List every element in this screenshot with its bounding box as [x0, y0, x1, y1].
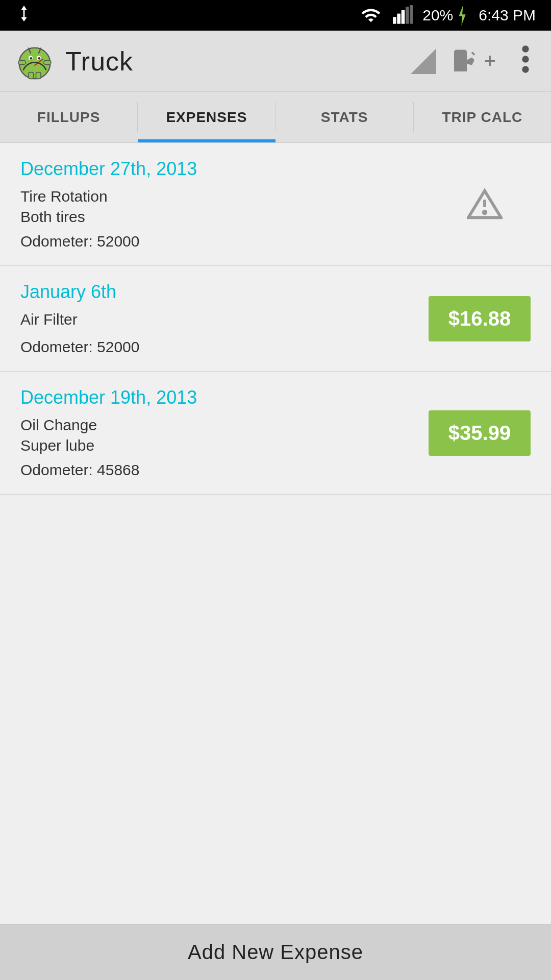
status-bar: 20% 6:43 PM — [0, 0, 551, 31]
svg-point-20 — [522, 66, 529, 72]
app-logo — [14, 41, 55, 82]
warning-icon — [464, 184, 505, 225]
expense-date-3: December 19th, 2013 — [20, 387, 429, 408]
svg-rect-4 — [410, 5, 414, 24]
svg-rect-16 — [29, 72, 34, 79]
svg-rect-17 — [36, 72, 41, 79]
expense-odometer-1: Odometer: 52000 — [20, 233, 439, 250]
svg-rect-15 — [44, 60, 51, 64]
signal-icon — [393, 5, 413, 26]
svg-point-10 — [38, 57, 40, 60]
price-badge-3: $35.99 — [429, 410, 531, 456]
expense-date-1: December 27th, 2013 — [20, 158, 439, 180]
svg-point-19 — [522, 56, 529, 62]
add-expense-label: Add New Expense — [188, 941, 363, 964]
svg-rect-14 — [18, 60, 26, 64]
tab-expenses[interactable]: EXPENSES — [138, 92, 275, 142]
svg-point-9 — [30, 57, 32, 60]
fuel-nozzle-icon — [446, 46, 482, 77]
usb-icon — [15, 4, 33, 24]
app-bar-actions: + — [446, 44, 537, 78]
expense-odometer-2: Odometer: 52000 — [20, 338, 429, 356]
expense-details-1: December 27th, 2013 Tire Rotation Both t… — [20, 158, 439, 250]
svg-rect-2 — [402, 10, 405, 24]
svg-point-22 — [484, 211, 486, 214]
tab-bar: FILLUPS EXPENSES STATS TRIP CALC — [0, 92, 551, 143]
expense-odometer-3: Odometer: 45868 — [20, 461, 429, 479]
add-expense-button[interactable]: Add New Expense — [0, 924, 551, 980]
tab-trip-calc[interactable]: TRIP CALC — [414, 92, 551, 142]
more-options-button[interactable] — [514, 44, 537, 78]
battery-indicator: 20% — [422, 5, 469, 26]
expense-indicator-2: $16.88 — [429, 281, 531, 356]
svg-rect-1 — [397, 14, 401, 24]
expense-date-2: January 6th — [20, 281, 429, 303]
expenses-list: December 27th, 2013 Tire Rotation Both t… — [0, 143, 551, 980]
expense-detail-3: Super lube — [20, 437, 429, 454]
expense-item-3[interactable]: December 19th, 2013 Oil Change Super lub… — [0, 372, 551, 495]
add-fuel-button[interactable]: + — [446, 46, 496, 77]
expense-indicator-3: $35.99 — [429, 387, 531, 479]
expense-name-2: Air Filter — [20, 311, 429, 328]
app-title: Truck — [65, 46, 400, 77]
expense-indicator-1 — [439, 158, 531, 250]
svg-rect-0 — [393, 17, 396, 23]
expense-name-3: Oil Change — [20, 416, 429, 434]
expense-detail-1: Both tires — [20, 208, 439, 226]
expense-name-1: Tire Rotation — [20, 188, 439, 205]
add-fuel-label: + — [484, 50, 496, 72]
wifi-icon — [358, 5, 384, 26]
app-bar: Truck + — [0, 31, 551, 92]
expense-item-1[interactable]: December 27th, 2013 Tire Rotation Both t… — [0, 143, 551, 266]
svg-rect-3 — [406, 7, 409, 23]
time-display: 6:43 PM — [479, 7, 536, 24]
tab-fillups[interactable]: FILLUPS — [0, 92, 137, 142]
expense-details-3: December 19th, 2013 Oil Change Super lub… — [20, 387, 429, 479]
battery-charging-icon — [455, 5, 469, 26]
price-badge-2: $16.88 — [429, 296, 531, 341]
signal-corner-icon — [411, 48, 436, 74]
expense-details-2: January 6th Air Filter Odometer: 52000 — [20, 281, 429, 356]
tab-stats[interactable]: STATS — [276, 92, 413, 142]
svg-point-18 — [522, 45, 529, 52]
expense-item-2[interactable]: January 6th Air Filter Odometer: 52000 $… — [0, 266, 551, 372]
